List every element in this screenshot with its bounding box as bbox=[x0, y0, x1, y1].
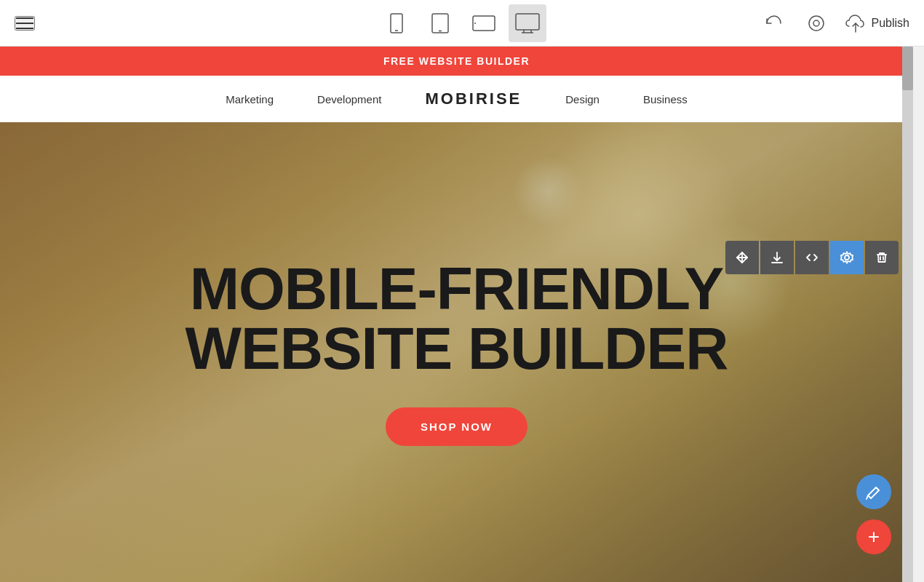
toolbar-left bbox=[15, 16, 35, 31]
svg-point-10 bbox=[809, 16, 824, 31]
hero-section: MOBILE-FRIENDLY WEBSITE BUILDER SHOP NOW bbox=[0, 122, 913, 582]
fab-add-icon: + bbox=[868, 527, 880, 547]
section-settings-button[interactable] bbox=[830, 241, 864, 274]
scrollbar-track[interactable] bbox=[902, 47, 913, 582]
hero-title-line1: MOBILE-FRIENDLY bbox=[186, 259, 728, 319]
svg-rect-6 bbox=[516, 14, 539, 30]
tablet-view-button[interactable] bbox=[421, 4, 459, 42]
svg-line-20 bbox=[876, 487, 879, 490]
undo-button[interactable] bbox=[760, 9, 787, 37]
hero-content: MOBILE-FRIENDLY WEBSITE BUILDER SHOP NOW bbox=[0, 122, 913, 582]
svg-rect-0 bbox=[391, 14, 402, 33]
svg-line-21 bbox=[867, 495, 868, 499]
tablet-landscape-button[interactable] bbox=[465, 4, 503, 42]
nav-link-marketing[interactable]: Marketing bbox=[226, 93, 274, 105]
hero-title: MOBILE-FRIENDLY WEBSITE BUILDER bbox=[186, 259, 728, 378]
desktop-view-button[interactable] bbox=[509, 4, 546, 42]
site-brand: MOBIRISE bbox=[425, 89, 522, 108]
section-toolbar bbox=[725, 241, 899, 274]
nav-link-development[interactable]: Development bbox=[317, 93, 381, 105]
toolbar-right: Publish bbox=[760, 9, 909, 37]
cta-button[interactable]: SHOP NOW bbox=[386, 407, 527, 446]
nav-link-business[interactable]: Business bbox=[643, 93, 688, 105]
section-move-button[interactable] bbox=[725, 241, 759, 274]
nav-link-design[interactable]: Design bbox=[565, 93, 600, 105]
section-delete-button[interactable] bbox=[865, 241, 899, 274]
device-switcher bbox=[378, 4, 546, 42]
site-navbar: Marketing Development MOBIRISE Design Bu… bbox=[0, 76, 913, 122]
mobile-view-button[interactable] bbox=[378, 4, 415, 42]
svg-point-17 bbox=[845, 255, 849, 260]
preview-button[interactable] bbox=[802, 9, 831, 37]
canvas-area: FREE WEBSITE BUILDER Marketing Developme… bbox=[0, 47, 913, 582]
banner-text: FREE WEBSITE BUILDER bbox=[383, 55, 530, 67]
section-download-button[interactable] bbox=[760, 241, 794, 274]
svg-rect-4 bbox=[473, 16, 495, 31]
svg-rect-2 bbox=[432, 14, 448, 33]
publish-label: Publish bbox=[872, 17, 909, 30]
promo-banner: FREE WEBSITE BUILDER bbox=[0, 47, 913, 76]
scrollbar-thumb[interactable] bbox=[902, 47, 913, 90]
fab-edit-button[interactable] bbox=[856, 474, 891, 509]
fab-add-button[interactable]: + bbox=[856, 519, 891, 554]
top-toolbar: Publish bbox=[0, 0, 924, 47]
section-code-button[interactable] bbox=[795, 241, 829, 274]
menu-button[interactable] bbox=[15, 16, 35, 31]
hero-title-line2: WEBSITE BUILDER bbox=[186, 319, 728, 378]
svg-point-11 bbox=[813, 20, 819, 26]
publish-button[interactable]: Publish bbox=[845, 14, 909, 33]
